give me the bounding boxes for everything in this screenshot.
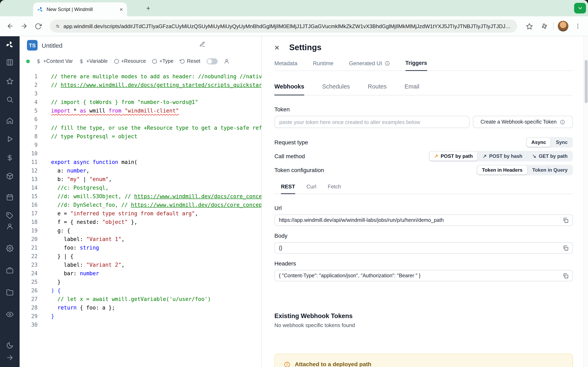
- code-line[interactable]: 1// there are multiple modes to add as h…: [20, 72, 261, 81]
- code-line[interactable]: 4// import { toWords } from "number-to-w…: [20, 98, 261, 106]
- call-method-get-by-path[interactable]: ↘ GET by path: [528, 152, 572, 161]
- code-line[interactable]: 27 // let x = await wmill.getVariable('u…: [20, 295, 261, 303]
- request-type-sync[interactable]: Sync: [552, 138, 572, 147]
- code-line[interactable]: 20 label: "Variant 1",: [20, 235, 261, 243]
- sidebar-item-home[interactable]: [3, 116, 16, 125]
- sidebar-item-resources[interactable]: [3, 172, 16, 181]
- token-input[interactable]: [274, 116, 470, 128]
- tab-metadata[interactable]: Metadata: [274, 60, 297, 71]
- sidebar-item-folders[interactable]: [3, 286, 16, 299]
- code-line[interactable]: 13 b: "my" | "enum",: [20, 175, 261, 184]
- address-bar[interactable]: app.windmill.dev/scripts/add#JTdCJTIyaGF…: [50, 20, 517, 33]
- code-line[interactable]: 6: [20, 115, 261, 124]
- tab-schedules[interactable]: Schedules: [322, 83, 350, 95]
- tab-email[interactable]: Email: [405, 83, 419, 95]
- add-variable-button[interactable]: +Variable: [79, 58, 108, 64]
- code-line[interactable]: 19 g: {: [20, 226, 261, 235]
- new-tab-button[interactable]: +: [144, 4, 153, 13]
- code-line[interactable]: 23 label: "Variant 2",: [20, 261, 261, 269]
- call-method-post-by-hash[interactable]: ↗ POST by hash: [478, 152, 527, 161]
- code-line[interactable]: 7// fill the type, or use the +Resource …: [20, 124, 261, 132]
- browser-green-dropdown-button[interactable]: [574, 3, 586, 13]
- sidebar-item-runs-play[interactable]: [3, 135, 16, 143]
- tab-close-icon[interactable]: ×: [120, 7, 123, 12]
- sidebar-item-runs[interactable]: [3, 58, 16, 67]
- code-line[interactable]: 8// type Postgresql = object: [20, 132, 261, 141]
- code-line[interactable]: 29}: [20, 312, 261, 320]
- code-line[interactable]: 14 //c: Postgresql,: [20, 184, 261, 192]
- code-line[interactable]: 18 f = { nested: "object" },: [20, 218, 261, 226]
- extensions-button[interactable]: [539, 21, 549, 31]
- add-type-button[interactable]: +Type: [152, 58, 173, 64]
- sidebar-item-audit-logs[interactable]: [3, 308, 16, 320]
- token-in-headers[interactable]: Token in Headers: [477, 166, 527, 175]
- sidebar-item-search[interactable]: [3, 95, 16, 104]
- call-method-post-by-path[interactable]: ↗ POST by path: [430, 152, 477, 161]
- code-line[interactable]: 5import * as wmill from "windmill-client…: [20, 106, 261, 115]
- code-line[interactable]: 25 }: [20, 278, 261, 286]
- scrollbar-track[interactable]: [584, 36, 588, 367]
- code-line[interactable]: 17 e = "inferred type string from defaul…: [20, 209, 261, 218]
- browser-menu-button[interactable]: [572, 21, 583, 31]
- site-settings-icon[interactable]: [56, 23, 60, 29]
- add-context-var-button[interactable]: +Context Var: [36, 58, 73, 64]
- code-line[interactable]: 30: [20, 320, 261, 329]
- code-line[interactable]: 16 //d: DynSelect_foo, // https://www.wi…: [20, 201, 261, 209]
- code-line[interactable]: 10: [20, 149, 261, 158]
- code-line[interactable]: 26) {: [20, 286, 261, 295]
- script-title[interactable]: Untitled: [42, 42, 62, 49]
- sidebar-item-schedules[interactable]: [3, 193, 16, 202]
- tab-generated-ui[interactable]: Generated UI: [349, 60, 390, 71]
- tab-curl[interactable]: Curl: [306, 184, 316, 194]
- headers-field[interactable]: { "Content-Type": "application/json", "A…: [274, 270, 573, 281]
- tab-fetch[interactable]: Fetch: [328, 184, 341, 194]
- code-area[interactable]: 1// there are multiple modes to add as h…: [20, 68, 261, 367]
- sidebar-item-triggers[interactable]: [3, 211, 16, 220]
- code-line[interactable]: 15 //d: wmill.S3Object, // https://www.w…: [20, 192, 261, 201]
- code-line[interactable]: 2// https://www.windmill.dev/docs/gettin…: [20, 81, 261, 89]
- person-button[interactable]: [224, 58, 229, 64]
- copy-body-button[interactable]: [563, 245, 568, 251]
- tab-triggers[interactable]: Triggers: [405, 60, 427, 71]
- sidebar-item-favorites[interactable]: [3, 77, 16, 85]
- close-icon[interactable]: ×: [274, 43, 279, 52]
- bookmark-button[interactable]: [524, 21, 535, 31]
- back-button[interactable]: [5, 21, 16, 31]
- code-line[interactable]: 3: [20, 89, 261, 98]
- rename-button[interactable]: [199, 41, 205, 47]
- add-resource-button[interactable]: +Resource: [114, 58, 146, 64]
- sidebar-item-workers[interactable]: [3, 264, 16, 276]
- code-line[interactable]: 9: [20, 141, 261, 149]
- tab-runtime[interactable]: Runtime: [313, 60, 334, 71]
- create-webhook-token-button[interactable]: Create a Webhook-specific Token: [473, 116, 573, 128]
- url-field[interactable]: https://app.windmill.dev/api/w/windmill-…: [274, 215, 573, 226]
- body-field[interactable]: {}: [274, 242, 573, 254]
- code-line[interactable]: 12 a: number,: [20, 166, 261, 175]
- sidebar-item-users[interactable]: [3, 220, 16, 233]
- tab-routes[interactable]: Routes: [368, 83, 387, 95]
- assistant-toggle[interactable]: [207, 58, 217, 64]
- windmill-logo[interactable]: [3, 40, 16, 49]
- line-number: 25: [20, 278, 38, 286]
- code-line[interactable]: 11export async function main(: [20, 158, 261, 166]
- sidebar-item-settings[interactable]: [3, 242, 16, 254]
- sidebar-item-variables[interactable]: [3, 153, 16, 162]
- reload-button[interactable]: [33, 21, 43, 31]
- scrollbar-thumb[interactable]: [585, 60, 588, 103]
- browser-tab[interactable]: New Script | Windmill ×: [33, 2, 127, 16]
- token-in-query[interactable]: Token in Query: [528, 166, 572, 175]
- collapse-sidebar-button[interactable]: [3, 351, 16, 364]
- profile-avatar[interactable]: [558, 21, 568, 31]
- forward-button[interactable]: [19, 21, 29, 31]
- code-line[interactable]: 24 bar: number: [20, 269, 261, 278]
- request-type-async[interactable]: Async: [527, 138, 551, 147]
- copy-url-button[interactable]: [563, 217, 568, 223]
- tab-rest[interactable]: REST: [281, 184, 295, 194]
- theme-toggle[interactable]: [3, 339, 16, 351]
- code-line[interactable]: 21 foo: string: [20, 243, 261, 252]
- tab-webhooks[interactable]: Webhooks: [274, 83, 304, 95]
- code-line[interactable]: 22 } | {: [20, 252, 261, 261]
- reset-button[interactable]: Reset: [180, 58, 200, 64]
- copy-headers-button[interactable]: [563, 273, 568, 278]
- code-line[interactable]: 28 return { foo: a };: [20, 303, 261, 312]
